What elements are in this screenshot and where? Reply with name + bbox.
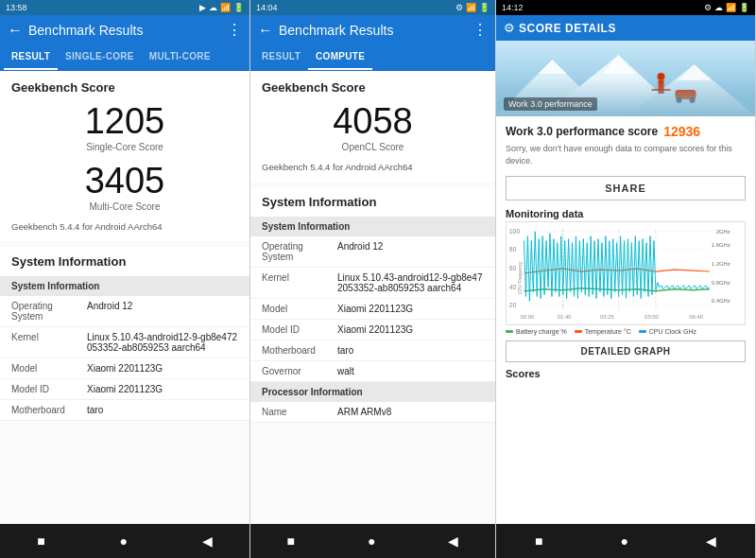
share-button[interactable]: SHARE [506,176,746,201]
sys-value-model-id-p2: Xiaomi 2201123G [337,324,484,335]
sys-label-motherboard-p2: Motherboard [262,345,337,356]
legend-label-cpu: CPU Clock GHz [649,328,696,335]
legend-temp: Temperature °C [575,328,631,335]
sys-value-model-id: Xiaomi 2201123G [87,384,238,394]
nav-square-p2[interactable]: ■ [287,533,295,549]
sys-value-governor-p2: walt [337,366,484,376]
content-p2: Geekbench Score 4058 OpenCL Score Geekbe… [250,71,495,524]
sys-label-motherboard: Motherboard [11,405,87,415]
menu-button-p1[interactable]: ⋮ [227,21,242,39]
geekbench-score-title-p2: Geekbench Score [262,80,484,95]
top-bar-title-p1: Benchmark Results [28,23,221,38]
sys-row-kernel: Kernel Linux 5.10.43-android12-9-gb8e472… [0,327,249,358]
geekbench-version-p1: Geekbench 5.4.4 for Android AArch64 [11,221,238,232]
status-icons-p3: ⚙ ☁ 📶 🔋 [704,3,749,12]
sys-label-model-id: Model ID [11,384,87,394]
tab-result-p2[interactable]: RESULT [254,44,308,70]
svg-text:2GHz: 2GHz [716,229,730,235]
status-bar-p3: 14:12 ⚙ ☁ 📶 🔋 [496,0,755,15]
tab-bar-p1: RESULT SINGLE-CORE MULTI-CORE [0,44,249,71]
status-bar-p1: 13:58 ▶ ☁ 📶 🔋 [0,0,249,15]
chart-legend: Battery charge % Temperature °C CPU Cloc… [496,325,755,338]
nav-back-p3[interactable]: ◀ [706,533,716,549]
sys-table-header-p2: System Information [250,217,495,236]
sys-label-model-id-p2: Model ID [262,324,337,335]
bottom-nav-p1: ■ ● ◀ [0,524,249,558]
sys-label-kernel-p2: Kernel [262,272,337,283]
sys-label-model: Model [11,363,87,374]
score-section-p1: Geekbench Score 1205 Single-Core Score 3… [0,71,249,241]
chart-svg: 100 80 60 40 20 2GHz 1.6GHz 1.2GHz 0.8GH… [507,222,745,324]
back-button-p1[interactable]: ← [8,22,23,39]
opencl-label: OpenCL Score [262,142,484,152]
svg-text:80: 80 [509,247,517,253]
status-icons-p2: ⚙ 📶 🔋 [455,3,490,12]
nav-back-p2[interactable]: ◀ [448,533,458,549]
tab-single-core-p1[interactable]: SINGLE-CORE [58,44,142,70]
menu-button-p2[interactable]: ⋮ [472,21,488,39]
tab-result-p1[interactable]: RESULT [4,44,58,70]
svg-text:20: 20 [509,303,517,309]
opencl-score: 4058 [262,102,484,142]
p3-content: Work 3.0 performance Work 3.0 performanc… [496,41,755,524]
sys-label-os-p2: Operating System [262,241,337,262]
legend-label-battery: Battery charge % [516,328,567,335]
top-bar-p3: ⚙ SCORE DETAILS [496,15,755,41]
sys-value-model-p2: Xiaomi 2201123G [337,304,484,314]
legend-battery: Battery charge % [506,328,567,335]
sys-label-model-p2: Model [262,304,337,314]
sys-value-motherboard-p2: taro [337,345,484,356]
sys-row-motherboard-p2: Motherboard taro [250,340,495,361]
svg-text:60: 60 [509,265,517,271]
nav-circle-p2[interactable]: ● [368,533,375,549]
svg-text:00:00: 00:00 [521,314,535,320]
tab-multi-core-p1[interactable]: MULTI-CORE [142,44,218,70]
panel-compute: 14:04 ⚙ 📶 🔋 ← Benchmark Results ⋮ RESULT… [250,0,496,558]
svg-text:CPU Frequency: CPU Frequency [518,261,523,294]
legend-label-temp: Temperature °C [585,328,631,335]
svg-rect-8 [659,80,664,94]
legend-cpu: CPU Clock GHz [639,328,696,335]
multi-core-score: 3405 [11,162,238,201]
svg-point-7 [658,73,665,80]
sys-info-section-p1: System Information System Information Op… [0,247,249,421]
svg-rect-10 [676,90,696,99]
sys-value-model: Xiaomi 2201123G [87,363,238,374]
sys-info-title-p1: System Information [0,247,249,276]
back-button-p2[interactable]: ← [258,22,273,39]
sys-value-os-p2: Android 12 [337,241,484,252]
sys-value-motherboard: taro [87,405,238,415]
sys-row-os: Operating System Android 12 [0,296,249,327]
nav-square-p1[interactable]: ■ [37,533,44,549]
svg-text:100: 100 [509,228,521,235]
nav-back-p1[interactable]: ◀ [202,533,213,549]
nav-circle-p3[interactable]: ● [620,533,627,549]
sys-row-model-id: Model ID Xiaomi 2201123G [0,379,249,400]
monitoring-title: Monitoring data [496,204,755,221]
gear-icon-p3: ⚙ [504,21,515,35]
proc-header-p2: Processor Information [250,382,495,402]
svg-text:06:40: 06:40 [689,314,703,320]
score-section-p2: Geekbench Score 4058 OpenCL Score Geekbe… [250,71,495,182]
sys-row-model-id-p2: Model ID Xiaomi 2201123G [250,320,495,340]
nav-square-p3[interactable]: ■ [535,533,542,549]
svg-text:05:00: 05:00 [644,314,659,320]
nav-circle-p1[interactable]: ● [120,533,128,549]
content-p1: Geekbench Score 1205 Single-Core Score 3… [0,71,249,524]
sys-row-os-p2: Operating System Android 12 [250,236,495,268]
detailed-graph-button[interactable]: DETAILED GRAPH [506,340,746,362]
work-score-label: Work 3.0 performance score [506,125,658,138]
sys-label-os: Operating System [11,301,87,322]
sys-value-kernel-p2: Linux 5.10.43-android12-9-gb8e472053352-… [337,272,484,293]
sys-label-kernel: Kernel [11,332,87,342]
svg-text:01:40: 01:40 [558,314,572,320]
geekbench-score-title-p1: Geekbench Score [11,80,238,95]
score-row-p3: Work 3.0 performance score 12936 [496,116,755,143]
svg-point-12 [690,97,696,103]
sys-value-os: Android 12 [87,301,238,311]
sys-row-governor-p2: Governor walt [250,361,495,382]
sys-label-name-p2: Name [262,407,337,417]
status-bar-p2: 14:04 ⚙ 📶 🔋 [250,0,495,15]
tab-compute-p2[interactable]: COMPUTE [308,44,372,70]
hero-overlay-text: Work 3.0 performance [504,97,597,111]
